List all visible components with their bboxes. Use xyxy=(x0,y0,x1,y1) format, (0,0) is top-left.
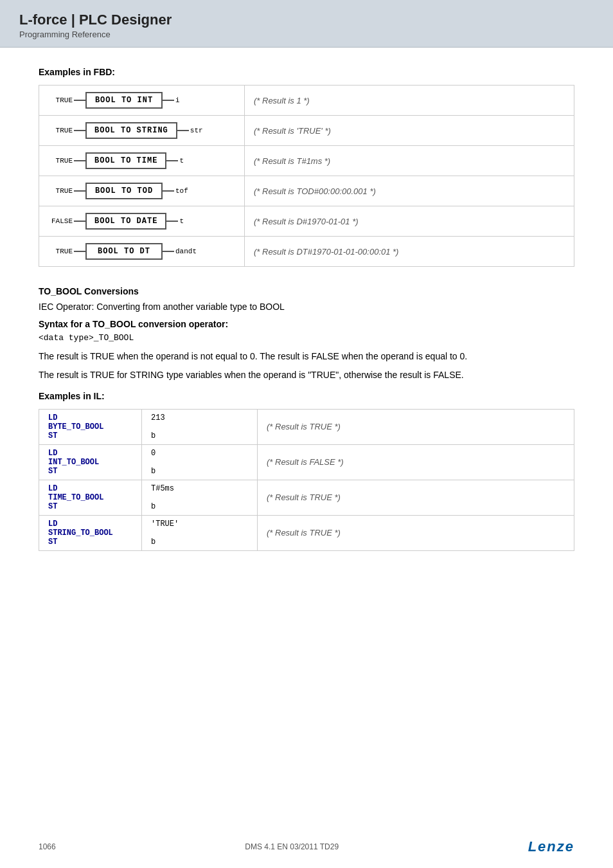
fbd-output-label: t xyxy=(179,157,184,165)
il-values-cell: 213 b xyxy=(142,409,258,444)
fbd-output-label: tof xyxy=(175,187,188,195)
fbd-table-row: FALSE BOOL TO DATE t (* Result is D#1970… xyxy=(39,206,574,237)
il-value-3: b xyxy=(151,467,248,476)
fbd-left-line xyxy=(74,190,85,192)
il-keywords-cell: LDBYTE_TO_BOOLST xyxy=(39,409,142,444)
il-value-2 xyxy=(151,458,248,467)
il-table-row: LDINT_TO_BOOLST 0 b (* Result is FALSE *… xyxy=(39,444,574,480)
il-value-1: 213 xyxy=(151,413,248,422)
il-table-row: LDSTRING_TO_BOOLST 'TRUE' b (* Result is… xyxy=(39,515,574,550)
fbd-box: BOOL TO DATE xyxy=(85,213,166,230)
il-keyword: LD xyxy=(48,413,132,422)
il-value-3: b xyxy=(151,502,248,511)
il-values-cell: 0 b xyxy=(142,444,258,480)
fbd-row: TRUE BOOL TO TIME t xyxy=(48,152,235,169)
il-value-1: 0 xyxy=(151,449,248,458)
header-bar: L-force | PLC Designer Programming Refer… xyxy=(0,0,613,48)
fbd-row: TRUE BOOL TO DT dandt xyxy=(48,243,235,260)
tobool-heading: TO_BOOL Conversions xyxy=(39,286,574,296)
tobool-desc1: The result is TRUE when the operand is n… xyxy=(39,350,574,363)
fbd-output-label: str xyxy=(190,127,203,134)
il-keyword: ST xyxy=(48,431,132,440)
fbd-input-label: TRUE xyxy=(48,157,73,165)
il-keyword: ST xyxy=(48,467,132,476)
il-keywords-cell: LDSTRING_TO_BOOLST xyxy=(39,515,142,550)
fbd-comment-cell: (* Result is TOD#00:00:00.001 *) xyxy=(245,176,574,206)
fbd-output-label: i xyxy=(175,96,180,104)
il-keyword: BYTE_TO_BOOL xyxy=(48,422,132,431)
il-value-3: b xyxy=(151,431,248,440)
il-keywords-cell: LDINT_TO_BOOLST xyxy=(39,444,142,480)
il-value-2 xyxy=(151,529,248,538)
fbd-row: FALSE BOOL TO DATE t xyxy=(48,213,235,230)
fbd-right-line xyxy=(166,160,178,161)
fbd-box: BOOL TO DT xyxy=(85,243,163,260)
il-comment-cell: (* Result is FALSE *) xyxy=(258,444,574,480)
il-keyword: INT_TO_BOOL xyxy=(48,458,132,467)
fbd-table-row: TRUE BOOL TO INT i (* Result is 1 *) xyxy=(39,86,574,116)
header-title: L-force | PLC Designer xyxy=(19,12,594,28)
il-value-1: T#5ms xyxy=(151,484,248,493)
il-comment-cell: (* Result is TRUE *) xyxy=(258,480,574,515)
fbd-input-label: TRUE xyxy=(48,187,73,195)
lenze-logo: Lenze xyxy=(528,838,574,855)
il-table-row: LDTIME_TO_BOOLST T#5ms b (* Result is TR… xyxy=(39,480,574,515)
fbd-table-row: TRUE BOOL TO TOD tof (* Result is TOD#00… xyxy=(39,176,574,206)
il-keyword: LD xyxy=(48,520,132,529)
fbd-right-line xyxy=(166,221,178,222)
fbd-box: BOOL TO STRING xyxy=(85,122,177,139)
main-content: Examples in FBD: TRUE BOOL TO INT i (* R… xyxy=(0,48,613,590)
il-keywords-cell: LDTIME_TO_BOOLST xyxy=(39,480,142,515)
il-heading: Examples in IL: xyxy=(39,391,574,401)
fbd-left-line xyxy=(74,160,85,161)
doc-info: DMS 4.1 EN 03/2011 TD29 xyxy=(245,842,339,851)
fbd-right-line xyxy=(177,130,189,131)
fbd-heading: Examples in FBD: xyxy=(39,67,574,77)
fbd-table: TRUE BOOL TO INT i (* Result is 1 *) TRU… xyxy=(39,85,574,267)
fbd-left-line xyxy=(74,130,85,131)
fbd-block-cell: TRUE BOOL TO INT i xyxy=(39,86,245,116)
tobool-section: TO_BOOL Conversions IEC Operator: Conver… xyxy=(39,286,574,382)
fbd-output-label: t xyxy=(179,217,184,225)
tobool-syntax-heading: Syntax for a TO_BOOL conversion operator… xyxy=(39,319,574,329)
fbd-input-label: FALSE xyxy=(48,217,73,225)
fbd-left-line xyxy=(74,221,85,222)
fbd-left-line xyxy=(74,100,85,101)
tobool-syntax-code: <data type>_TO_BOOL xyxy=(39,332,574,345)
fbd-comment-cell: (* Result is 1 *) xyxy=(245,86,574,116)
fbd-box: BOOL TO TIME xyxy=(85,152,166,169)
il-comment-cell: (* Result is TRUE *) xyxy=(258,515,574,550)
fbd-output-label: dandt xyxy=(175,248,197,255)
fbd-box: BOOL TO INT xyxy=(85,92,163,109)
fbd-box: BOOL TO TOD xyxy=(85,183,163,199)
page-number: 1066 xyxy=(39,842,56,851)
il-table-row: LDBYTE_TO_BOOLST 213 b (* Result is TRUE… xyxy=(39,409,574,444)
il-keyword: LD xyxy=(48,449,132,458)
header-subtitle: Programming Reference xyxy=(19,30,594,39)
fbd-right-line xyxy=(163,251,174,252)
il-keyword: ST xyxy=(48,538,132,547)
il-comment-cell: (* Result is TRUE *) xyxy=(258,409,574,444)
il-values-cell: T#5ms b xyxy=(142,480,258,515)
fbd-row: TRUE BOOL TO INT i xyxy=(48,92,235,109)
fbd-comment-cell: (* Result is D#1970-01-01 *) xyxy=(245,206,574,237)
il-keyword: TIME_TO_BOOL xyxy=(48,493,132,502)
il-value-1: 'TRUE' xyxy=(151,520,248,529)
fbd-input-label: TRUE xyxy=(48,127,73,134)
fbd-input-label: TRUE xyxy=(48,96,73,104)
fbd-table-row: TRUE BOOL TO DT dandt (* Result is DT#19… xyxy=(39,237,574,267)
il-value-2 xyxy=(151,422,248,431)
fbd-block-cell: TRUE BOOL TO TIME t xyxy=(39,146,245,176)
fbd-comment-cell: (* Result is T#1ms *) xyxy=(245,146,574,176)
il-keyword: STRING_TO_BOOL xyxy=(48,529,132,538)
page: L-force | PLC Designer Programming Refer… xyxy=(0,0,613,868)
fbd-left-line xyxy=(74,251,85,252)
fbd-right-line xyxy=(163,100,174,101)
tobool-desc2: The result is TRUE for STRING type varia… xyxy=(39,368,574,382)
fbd-row: TRUE BOOL TO STRING str xyxy=(48,122,235,139)
il-table: LDBYTE_TO_BOOLST 213 b (* Result is TRUE… xyxy=(39,409,574,551)
fbd-block-cell: FALSE BOOL TO DATE t xyxy=(39,206,245,237)
fbd-comment-cell: (* Result is DT#1970-01-01-00:00:01 *) xyxy=(245,237,574,267)
il-value-3: b xyxy=(151,538,248,547)
il-keyword: ST xyxy=(48,502,132,511)
